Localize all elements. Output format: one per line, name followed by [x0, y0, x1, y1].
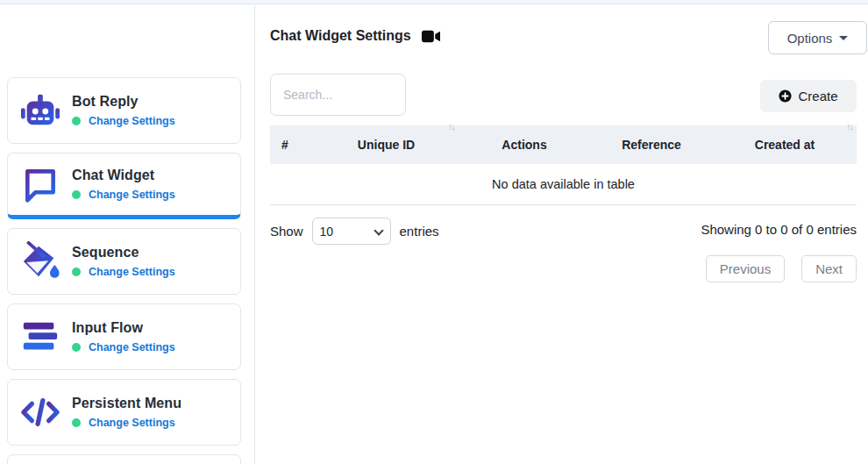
video-camera-icon: [422, 30, 440, 43]
options-button-label: Options: [787, 31, 833, 46]
status-dot: [72, 343, 81, 352]
plus-circle-icon: [779, 89, 792, 103]
column-header-created-at[interactable]: Created at ↑↓: [713, 125, 857, 164]
top-accent-strip: [0, 0, 868, 4]
status-dot: [72, 117, 81, 125]
sidebar-item-title: Sequence: [72, 245, 175, 261]
paint-bucket-icon: [19, 241, 60, 282]
status-dot: [72, 418, 81, 427]
entries-label: entries: [400, 224, 439, 239]
change-settings-link[interactable]: Change Settings: [89, 189, 175, 201]
search-input[interactable]: [270, 74, 406, 116]
sidebar-item-sequence[interactable]: Sequence Change Settings: [7, 228, 241, 295]
change-settings-link[interactable]: Change Settings: [89, 417, 175, 429]
settings-sidebar: Bot Reply Change Settings Chat Widget Ch…: [0, 5, 255, 464]
page-title: Chat Widget Settings: [270, 28, 411, 44]
sort-icon[interactable]: ↑↓: [448, 118, 454, 135]
code-icon: [19, 392, 60, 433]
table-header-row: # Unique ID ↑↓ Actions Reference Created…: [270, 125, 857, 164]
chat-bubble-icon: [19, 164, 60, 205]
table-controls: Show 10 entries Showing 0 to 0 of 0 entr…: [270, 218, 857, 245]
sidebar-item-title: Input Flow: [72, 320, 175, 336]
caret-down-icon: [839, 36, 848, 40]
options-button[interactable]: Options: [768, 21, 867, 54]
data-table: # Unique ID ↑↓ Actions Reference Created…: [270, 125, 857, 205]
sidebar-item-partial[interactable]: [7, 454, 241, 464]
show-label: Show: [270, 224, 303, 239]
change-settings-link[interactable]: Change Settings: [89, 266, 175, 278]
sidebar-item-persistent-menu[interactable]: Persistent Menu Change Settings: [7, 379, 241, 446]
pagination: Previous Next: [706, 255, 857, 282]
page-size-select[interactable]: 10: [312, 218, 391, 245]
sidebar-item-title: Persistent Menu: [72, 396, 181, 411]
status-dot: [72, 190, 81, 199]
sidebar-item-input-flow[interactable]: Input Flow Change Settings: [7, 303, 241, 370]
sidebar-item-chat-widget[interactable]: Chat Widget Change Settings: [7, 153, 241, 219]
next-button[interactable]: Next: [801, 255, 857, 282]
sidebar-item-bot-reply[interactable]: Bot Reply Change Settings: [7, 77, 241, 144]
create-button[interactable]: Create: [760, 80, 857, 112]
previous-button[interactable]: Previous: [706, 255, 785, 282]
create-button-label: Create: [798, 89, 837, 104]
column-header-actions[interactable]: Actions: [459, 125, 590, 164]
bars-icon: [19, 317, 60, 358]
column-header-number[interactable]: #: [270, 125, 314, 164]
entries-summary: Showing 0 to 0 of 0 entries: [701, 222, 857, 237]
column-header-unique-id[interactable]: Unique ID ↑↓: [314, 125, 459, 164]
change-settings-link[interactable]: Change Settings: [89, 341, 175, 353]
status-dot: [72, 268, 81, 276]
main-panel: Chat Widget Settings Options Create # Un…: [256, 5, 868, 464]
table-empty-message: No data available in table: [270, 164, 857, 205]
sidebar-item-title: Chat Widget: [72, 168, 175, 183]
change-settings-link[interactable]: Change Settings: [89, 115, 175, 127]
robot-icon: [19, 90, 60, 132]
sidebar-item-title: Bot Reply: [72, 94, 175, 110]
sort-icon[interactable]: ↑↓: [846, 118, 852, 135]
column-header-reference[interactable]: Reference: [590, 125, 713, 164]
